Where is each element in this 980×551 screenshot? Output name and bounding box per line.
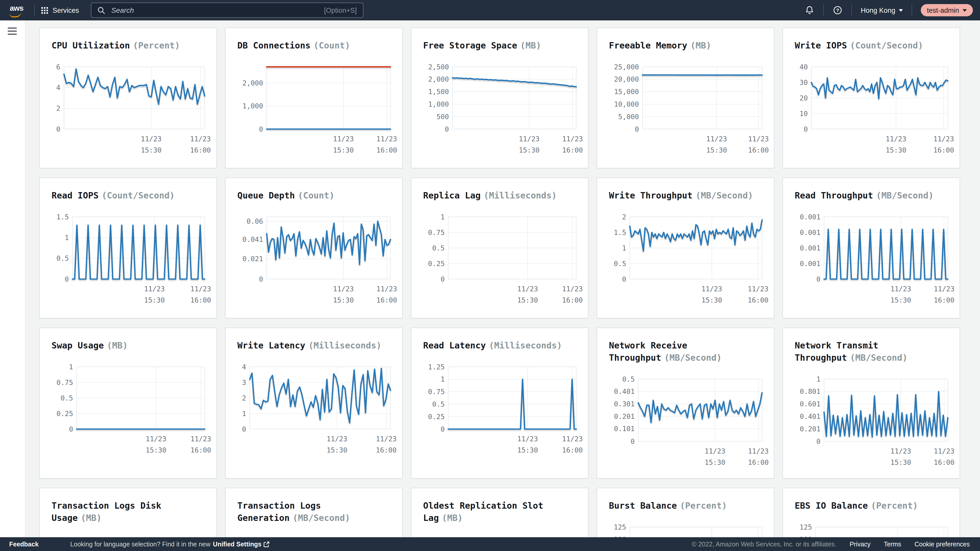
chart-canvas-free-storage-space[interactable]: 05001,0001,5002,0002,50011/2315:3011/231… <box>423 57 582 157</box>
svg-text:0.5: 0.5 <box>61 394 73 402</box>
region-selector[interactable]: Hong Kong <box>861 6 903 14</box>
metric-unit: (MB/Second) <box>876 190 934 200</box>
account-menu-button[interactable]: test-admin <box>921 4 973 16</box>
chart-canvas-cpu-utilization[interactable]: 024611/2315:3011/2316:00 <box>52 57 211 157</box>
global-search[interactable]: [Option+S] <box>91 3 363 18</box>
svg-text:11/23: 11/23 <box>333 285 354 293</box>
chart-canvas-write-iops[interactable]: 01020304011/2315:3011/2316:00 <box>795 57 954 157</box>
metric-unit: (Count) <box>313 40 350 51</box>
metric-name: Queue Depth <box>237 190 295 200</box>
chart-canvas-burst-balance[interactable]: 10012511/2315:3011/2316:00 <box>609 517 768 537</box>
privacy-link[interactable]: Privacy <box>850 540 870 548</box>
chart-canvas-network-transmit-throughput[interactable]: 00.2010.4010.6010.801111/2315:3011/2316:… <box>795 369 954 469</box>
svg-text:0.201: 0.201 <box>614 413 635 421</box>
aws-logo[interactable]: aws <box>7 4 25 16</box>
metric-name: Transaction Logs Disk Usage <box>52 500 161 523</box>
metric-card-read-throughput[interactable]: Read Throughput(MB/Second)00.0010.0010.0… <box>783 178 960 318</box>
svg-text:125: 125 <box>800 523 812 531</box>
svg-text:11/23: 11/23 <box>562 135 583 143</box>
svg-text:1: 1 <box>65 233 69 241</box>
chart-canvas-ebs-io-balance[interactable]: 10012511/2315:3011/2316:00 <box>795 517 954 537</box>
services-menu-button[interactable]: Services <box>41 6 79 14</box>
chart-canvas-db-connections[interactable]: 01,0002,00011/2315:3011/2316:00 <box>237 57 396 157</box>
metric-card-free-storage-space[interactable]: Free Storage Space(MB)05001,0001,5002,00… <box>411 27 589 168</box>
metric-card-write-latency[interactable]: Write Latency(Milliseconds)0123411/2315:… <box>225 327 403 478</box>
metric-card-write-iops[interactable]: Write IOPS(Count/Second)01020304011/2315… <box>783 27 960 168</box>
metric-name: Write Throughput <box>609 190 693 200</box>
svg-text:0: 0 <box>441 425 445 433</box>
svg-text:16:00: 16:00 <box>376 446 396 454</box>
chart-canvas-read-iops[interactable]: 00.511.511/2315:3011/2316:00 <box>52 206 211 306</box>
svg-text:11/23: 11/23 <box>886 135 906 143</box>
metric-name: EBS IO Balance <box>795 500 868 511</box>
svg-text:2: 2 <box>242 394 246 402</box>
metric-card-transaction-logs-disk-usage[interactable]: Transaction Logs Disk Usage(MB) <box>39 488 217 537</box>
svg-text:1.25: 1.25 <box>428 363 445 371</box>
metric-name: Replica Lag <box>423 190 480 200</box>
metric-card-read-latency[interactable]: Read Latency(Milliseconds)00.250.50.7511… <box>411 327 589 478</box>
svg-text:15:30: 15:30 <box>146 446 166 454</box>
chart-canvas-write-latency[interactable]: 0123411/2315:3011/2316:00 <box>237 357 396 457</box>
metric-card-oldest-replication-slot-lag[interactable]: Oldest Replication Slot Lag(MB) <box>411 488 589 537</box>
svg-text:16:00: 16:00 <box>376 146 397 154</box>
metric-card-swap-usage[interactable]: Swap Usage(MB)00.250.50.75111/2315:3011/… <box>39 327 217 478</box>
language-notice: Looking for language selection? Find it … <box>70 540 269 548</box>
metric-name: Free Storage Space <box>423 40 517 51</box>
metric-name: Oldest Replication Slot Lag <box>423 500 543 523</box>
aws-smile-icon <box>9 11 21 17</box>
svg-text:0.25: 0.25 <box>428 260 445 268</box>
chart-canvas-freeable-memory[interactable]: 05,00010,00015,00020,00025,00011/2315:30… <box>609 57 768 157</box>
chart-canvas-network-receive-throughput[interactable]: 00.1010.2010.3010.4010.511/2315:3011/231… <box>609 369 768 469</box>
metric-card-transaction-logs-generation[interactable]: Transaction Logs Generation(MB/Second) <box>225 488 403 537</box>
svg-text:0.75: 0.75 <box>56 379 73 386</box>
svg-text:2: 2 <box>56 104 60 112</box>
chart-canvas-read-latency[interactable]: 00.250.50.7511.2511/2315:3011/2316:00 <box>423 357 582 457</box>
metric-unit: (MB) <box>107 340 128 351</box>
chart-canvas-swap-usage[interactable]: 00.250.50.75111/2315:3011/2316:00 <box>52 357 211 457</box>
metric-card-freeable-memory[interactable]: Freeable Memory(MB)05,00010,00015,00020,… <box>597 27 774 168</box>
hamburger-menu-button[interactable] <box>8 27 17 35</box>
feedback-link[interactable]: Feedback <box>9 540 38 548</box>
metric-card-queue-depth[interactable]: Queue Depth(Count)00.0210.0410.0611/2315… <box>225 178 403 318</box>
svg-text:1: 1 <box>441 375 445 383</box>
metric-card-network-transmit-throughput[interactable]: Network Transmit Throughput(MB/Second)00… <box>783 327 960 478</box>
metric-card-burst-balance[interactable]: Burst Balance(Percent)10012511/2315:3011… <box>597 488 774 537</box>
chart-canvas-replica-lag[interactable]: 00.250.50.75111/2315:3011/2316:00 <box>423 206 582 306</box>
svg-text:16:00: 16:00 <box>748 146 769 154</box>
svg-text:0.001: 0.001 <box>800 213 821 221</box>
chart-canvas-write-throughput[interactable]: 00.511.5211/2315:3011/2316:00 <box>609 206 768 306</box>
svg-text:0.041: 0.041 <box>242 235 263 243</box>
metric-card-cpu-utilization[interactable]: CPU Utilization(Percent)024611/2315:3011… <box>39 27 217 168</box>
help-button[interactable]: ? <box>833 5 843 15</box>
metric-card-write-throughput[interactable]: Write Throughput(MB/Second)00.511.5211/2… <box>597 178 774 318</box>
svg-text:15:30: 15:30 <box>519 146 539 154</box>
chart-canvas-read-throughput[interactable]: 00.0010.0010.0010.00111/2315:3011/2316:0… <box>795 206 954 306</box>
cookie-preferences-link[interactable]: Cookie preferences <box>915 540 970 548</box>
svg-text:0: 0 <box>816 275 821 283</box>
svg-text:40: 40 <box>800 63 808 71</box>
metric-card-replica-lag[interactable]: Replica Lag(Milliseconds)00.250.50.75111… <box>411 178 589 318</box>
metric-card-network-receive-throughput[interactable]: Network Receive Throughput(MB/Second)00.… <box>597 327 774 478</box>
unified-settings-link[interactable]: Unified Settings <box>213 540 269 548</box>
svg-text:0: 0 <box>631 437 635 445</box>
metric-card-title: Replica Lag(Milliseconds) <box>423 189 582 202</box>
svg-text:1: 1 <box>816 375 821 383</box>
notifications-bell-button[interactable] <box>805 5 815 15</box>
console-footer: Feedback Looking for language selection?… <box>0 537 980 551</box>
metric-card-db-connections[interactable]: DB Connections(Count)01,0002,00011/2315:… <box>225 27 403 168</box>
svg-text:0.001: 0.001 <box>800 260 821 268</box>
svg-text:0: 0 <box>622 275 626 283</box>
svg-text:100: 100 <box>800 535 812 537</box>
metric-name: CPU Utilization <box>52 40 130 51</box>
chart-canvas-queue-depth[interactable]: 00.0210.0410.0611/2315:3011/2316:00 <box>237 206 396 306</box>
terms-link[interactable]: Terms <box>884 540 901 548</box>
nav-divider <box>824 5 824 16</box>
metric-card-ebs-io-balance[interactable]: EBS IO Balance(Percent)10012511/2315:301… <box>783 488 960 537</box>
metric-card-read-iops[interactable]: Read IOPS(Count/Second)00.511.511/2315:3… <box>39 178 217 318</box>
search-input[interactable] <box>110 6 324 15</box>
metric-card-title: Swap Usage(MB) <box>52 339 210 351</box>
svg-text:11/23: 11/23 <box>144 285 165 293</box>
search-icon <box>97 6 105 14</box>
svg-text:0.25: 0.25 <box>56 410 73 418</box>
monitoring-content: CPU Utilization(Percent)024611/2315:3011… <box>25 21 980 537</box>
